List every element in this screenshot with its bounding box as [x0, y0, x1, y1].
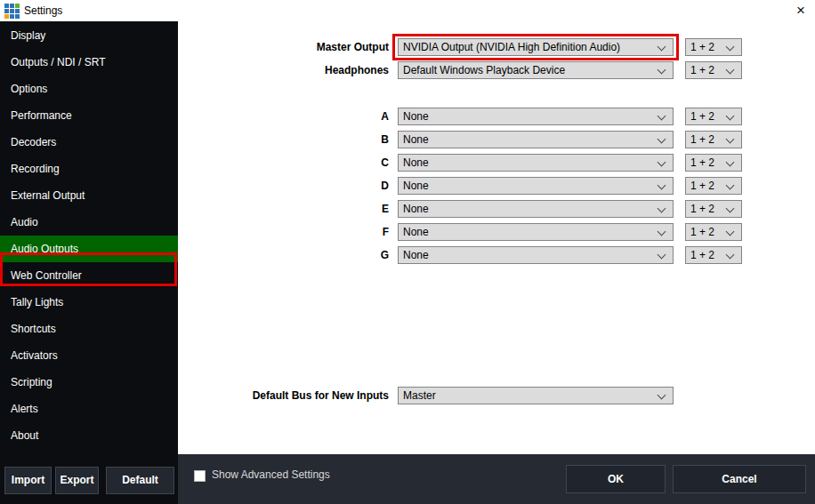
bus-a-channel-select[interactable]: 1 + 2 [685, 108, 742, 125]
bus-c-label: C [381, 154, 389, 172]
sidebar-item-shortcuts[interactable]: Shortcuts [0, 316, 178, 342]
bus-a-label: A [381, 108, 389, 125]
headphones-label: Headphones [325, 61, 389, 79]
chevron-down-icon [726, 66, 735, 75]
settings-window: Settings × Display Outputs / NDI / SRT O… [0, 0, 815, 504]
headphones-channel-select[interactable]: 1 + 2 [685, 61, 742, 79]
default-button[interactable]: Default [106, 467, 174, 494]
chevron-down-icon [658, 228, 666, 236]
chevron-down-icon [726, 43, 735, 52]
chevron-down-icon [726, 112, 735, 121]
window-title: Settings [24, 4, 62, 17]
chevron-down-icon [658, 158, 666, 167]
show-advanced-settings-checkbox[interactable] [194, 470, 206, 482]
export-button[interactable]: Export [55, 467, 99, 494]
cancel-button[interactable]: Cancel [673, 465, 806, 493]
bus-a-device-select[interactable]: None [398, 108, 674, 125]
chevron-down-icon [658, 181, 666, 190]
bus-g-device-select[interactable]: None [398, 246, 674, 264]
show-advanced-settings-label: Show Advanced Settings [212, 468, 330, 481]
chevron-down-icon [658, 204, 666, 213]
default-bus-label: Default Bus for New Inputs [253, 387, 389, 404]
bus-e-channel-select[interactable]: 1 + 2 [685, 200, 742, 218]
bus-c-row: C None 1 + 2 [0, 154, 815, 172]
default-bus-row: Default Bus for New Inputs Master [0, 387, 815, 404]
chevron-down-icon [726, 251, 735, 260]
chevron-down-icon [726, 204, 735, 213]
bus-g-label: G [381, 246, 389, 264]
bus-g-channel-select[interactable]: 1 + 2 [685, 246, 742, 264]
chevron-down-icon [658, 43, 666, 52]
bus-d-row: D None 1 + 2 [0, 177, 815, 195]
bus-c-channel-select[interactable]: 1 + 2 [685, 154, 742, 172]
chevron-down-icon [658, 251, 666, 260]
footer-bar: Show Advanced Settings OK Cancel [178, 454, 815, 504]
close-button[interactable]: × [790, 2, 811, 20]
bus-c-device-select[interactable]: None [398, 154, 674, 172]
bus-f-label: F [383, 223, 389, 241]
chevron-down-icon [726, 228, 735, 236]
bus-a-row: A None 1 + 2 [0, 108, 815, 125]
master-output-row: Master Output NVIDIA Output (NVIDIA High… [0, 38, 815, 56]
bus-f-device-select[interactable]: None [398, 223, 674, 241]
chevron-down-icon [726, 135, 735, 144]
bus-d-device-select[interactable]: None [398, 177, 674, 195]
bus-d-label: D [381, 177, 389, 195]
master-output-device-select[interactable]: NVIDIA Output (NVIDIA High Definition Au… [398, 38, 674, 56]
bus-f-channel-select[interactable]: 1 + 2 [685, 223, 742, 241]
chevron-down-icon [658, 135, 666, 144]
chevron-down-icon [658, 391, 666, 400]
bus-b-label: B [381, 131, 389, 148]
sidebar-item-options[interactable]: Options [0, 76, 178, 102]
bus-b-device-select[interactable]: None [398, 131, 674, 148]
bus-e-label: E [382, 200, 389, 218]
bus-g-row: G None 1 + 2 [0, 246, 815, 264]
bus-b-channel-select[interactable]: 1 + 2 [685, 131, 742, 148]
bus-e-row: E None 1 + 2 [0, 200, 815, 218]
sidebar-item-tally-lights[interactable]: Tally Lights [0, 289, 178, 316]
default-bus-select[interactable]: Master [398, 387, 674, 404]
bus-e-device-select[interactable]: None [398, 200, 674, 218]
chevron-down-icon [726, 181, 735, 190]
ok-button[interactable]: OK [566, 465, 666, 493]
titlebar: Settings × [0, 0, 815, 21]
bus-b-row: B None 1 + 2 [0, 131, 815, 148]
chevron-down-icon [726, 158, 735, 167]
close-icon: × [796, 2, 805, 20]
bus-d-channel-select[interactable]: 1 + 2 [685, 177, 742, 195]
settings-icon [4, 4, 20, 19]
master-output-label: Master Output [317, 38, 389, 56]
chevron-down-icon [658, 66, 666, 75]
headphones-row: Headphones Default Windows Playback Devi… [0, 61, 815, 79]
headphones-device-select[interactable]: Default Windows Playback Device [398, 61, 674, 79]
sidebar-item-web-controller[interactable]: Web Controller [0, 262, 178, 289]
sidebar-item-about[interactable]: About [0, 422, 178, 449]
master-output-channel-select[interactable]: 1 + 2 [685, 38, 742, 56]
sidebar-item-activators[interactable]: Activators [0, 342, 178, 369]
bus-f-row: F None 1 + 2 [0, 223, 815, 241]
chevron-down-icon [658, 112, 666, 121]
import-button[interactable]: Import [4, 467, 52, 494]
